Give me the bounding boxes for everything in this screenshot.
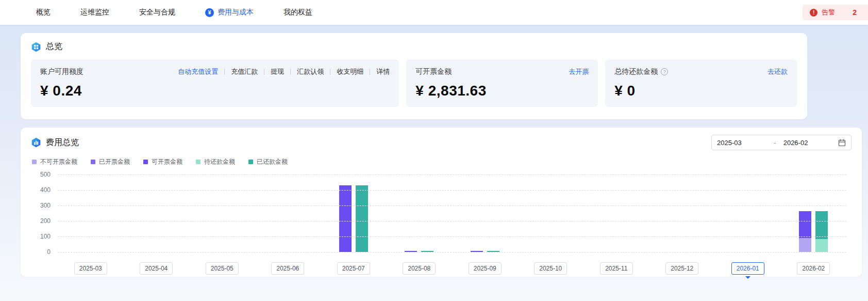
cost-hexagon-bar-chart-icon bbox=[31, 137, 41, 148]
month-selector-row: 2025-032025-042025-052025-062025-072025-… bbox=[58, 260, 846, 281]
go-invoice-link[interactable]: 去开票 bbox=[569, 67, 589, 76]
month-button-2025-05[interactable]: 2025-05 bbox=[206, 262, 239, 275]
month-button-2025-11[interactable]: 2025-11 bbox=[600, 262, 633, 275]
withdraw-link[interactable]: 提现 bbox=[271, 67, 284, 76]
stat-card-invoiceable: 可开票金额 去开票 ¥ 2,831.63 bbox=[406, 59, 598, 107]
legend-item[interactable]: 待还款金额 bbox=[196, 157, 235, 166]
month-button-2025-04[interactable]: 2025-04 bbox=[140, 262, 173, 275]
bar-stack-repayment[interactable] bbox=[815, 211, 828, 252]
calendar-icon[interactable] bbox=[838, 139, 846, 147]
date-range-start[interactable]: 2025-03 bbox=[717, 139, 772, 147]
nav-item-overview[interactable]: 概览 bbox=[36, 8, 51, 17]
account-balance-links: 自动充值设置 充值汇款 提现 汇款认领 收支明细 详情 bbox=[178, 67, 390, 76]
alert-exclamation-icon: ! bbox=[810, 9, 817, 17]
bar-segment bbox=[339, 185, 352, 252]
legend-label: 已还款金额 bbox=[257, 157, 288, 166]
chart-legend: 不可开票金额已开票金额可开票金额待还款金额已还款金额 bbox=[32, 157, 852, 166]
details-link[interactable]: 详情 bbox=[376, 67, 390, 76]
overview-card: 总览 账户可用额度 自动充值设置 充值汇款 提现 汇款认领 收支明细 详情 ¥ … bbox=[21, 33, 807, 119]
nav-item-ops-monitoring[interactable]: 运维监控 bbox=[80, 8, 109, 17]
bar-segment bbox=[815, 239, 828, 252]
month-button-2025-09[interactable]: 2025-09 bbox=[469, 262, 502, 275]
legend-swatch-icon bbox=[196, 160, 201, 164]
cost-overview-card: 费用总览 2025-03 - 2026-02 不可开票金额已开票金额可开票金额待… bbox=[21, 128, 862, 277]
nav-item-label: 安全与合规 bbox=[139, 8, 175, 17]
chart-plot bbox=[58, 175, 846, 252]
y-axis-tick-label: 400 bbox=[31, 186, 51, 194]
y-axis-tick-label: 100 bbox=[31, 233, 51, 240]
bar-segment bbox=[815, 211, 828, 239]
month-button-2025-08[interactable]: 2025-08 bbox=[403, 262, 436, 275]
gridline bbox=[58, 236, 846, 237]
account-balance-value: ¥ 0.24 bbox=[40, 83, 390, 99]
legend-swatch-icon bbox=[143, 160, 148, 164]
remit-claim-link[interactable]: 汇款认领 bbox=[297, 67, 324, 76]
bar-segment bbox=[799, 211, 811, 239]
legend-label: 可开票金额 bbox=[152, 157, 182, 166]
nav-item-label: 我的权益 bbox=[283, 8, 312, 17]
recharge-remit-link[interactable]: 充值汇款 bbox=[231, 67, 258, 76]
repayment-due-label: 总待还款金额 bbox=[614, 67, 658, 76]
month-button-2025-12[interactable]: 2025-12 bbox=[665, 262, 698, 275]
overview-card-header: 总览 bbox=[31, 41, 797, 52]
nav-item-security-compliance[interactable]: 安全与合规 bbox=[139, 8, 175, 17]
month-button-2025-03[interactable]: 2025-03 bbox=[74, 262, 107, 275]
legend-item[interactable]: 已开票金额 bbox=[91, 157, 130, 166]
alert-count: 2 bbox=[853, 8, 857, 17]
date-range-separator: - bbox=[774, 139, 776, 147]
month-button-2026-02[interactable]: 2026-02 bbox=[797, 262, 830, 275]
gridline bbox=[58, 190, 846, 191]
cost-card-title: 费用总览 bbox=[46, 137, 79, 148]
y-axis-tick-label: 200 bbox=[31, 217, 51, 225]
legend-swatch-icon bbox=[248, 160, 253, 164]
month-button-2025-07[interactable]: 2025-07 bbox=[337, 262, 370, 275]
y-axis-tick-label: 0 bbox=[31, 248, 51, 256]
bar-segment bbox=[799, 238, 811, 252]
chart-area: 0100200300400500 bbox=[31, 175, 852, 258]
bar-stack-repayment[interactable] bbox=[356, 185, 368, 252]
top-nav: 概览 运维监控 安全与合规 ¥ 费用与成本 我的权益 ! 告警 2 bbox=[0, 0, 868, 25]
bar-stack-invoice[interactable] bbox=[799, 211, 811, 252]
month-button-2025-06[interactable]: 2025-06 bbox=[271, 262, 304, 275]
nav-item-my-benefits[interactable]: 我的权益 bbox=[283, 8, 312, 17]
month-button-2026-01[interactable]: 2026-01 bbox=[731, 262, 764, 275]
stat-row: 账户可用额度 自动充值设置 充值汇款 提现 汇款认领 收支明细 详情 ¥ 0.2… bbox=[31, 59, 797, 107]
legend-item[interactable]: 可开票金额 bbox=[143, 157, 182, 166]
repayment-due-value: ¥ 0 bbox=[614, 83, 788, 99]
nav-item-cost-billing[interactable]: ¥ 费用与成本 bbox=[205, 8, 254, 17]
y-axis-tick-label: 300 bbox=[31, 202, 51, 209]
income-expense-detail-link[interactable]: 收支明细 bbox=[337, 67, 363, 76]
auto-recharge-link[interactable]: 自动充值设置 bbox=[178, 67, 218, 76]
nav-item-label: 费用与成本 bbox=[218, 8, 254, 17]
nav-item-label: 运维监控 bbox=[80, 8, 109, 17]
gridline bbox=[58, 252, 846, 252]
selected-month-caret-icon bbox=[745, 276, 750, 279]
legend-swatch-icon bbox=[91, 160, 95, 164]
stat-card-account-balance: 账户可用额度 自动充值设置 充值汇款 提现 汇款认领 收支明细 详情 ¥ 0.2… bbox=[31, 59, 399, 107]
date-range-picker[interactable]: 2025-03 - 2026-02 bbox=[711, 135, 852, 150]
alert-label: 告警 bbox=[822, 8, 835, 17]
overview-hexagon-icon bbox=[31, 42, 41, 52]
date-range-end[interactable]: 2026-02 bbox=[783, 139, 838, 147]
legend-item[interactable]: 已还款金额 bbox=[248, 157, 288, 166]
y-axis-tick-label: 500 bbox=[31, 171, 51, 178]
nav-item-label: 概览 bbox=[36, 8, 51, 17]
yuan-coin-icon: ¥ bbox=[205, 8, 214, 17]
gridline bbox=[58, 205, 846, 206]
legend-label: 已开票金额 bbox=[99, 157, 130, 166]
help-icon[interactable]: ? bbox=[661, 68, 668, 75]
gridline bbox=[58, 221, 846, 221]
legend-swatch-icon bbox=[32, 160, 37, 164]
account-balance-label: 账户可用额度 bbox=[40, 67, 84, 76]
invoiceable-label: 可开票金额 bbox=[415, 67, 452, 76]
alert-badge[interactable]: ! 告警 2 bbox=[803, 5, 868, 20]
cost-card-header: 费用总览 bbox=[31, 137, 79, 148]
bar-stack-invoice[interactable] bbox=[339, 185, 352, 252]
invoiceable-value: ¥ 2,831.63 bbox=[415, 83, 589, 99]
month-button-2025-10[interactable]: 2025-10 bbox=[534, 262, 567, 275]
go-repay-link[interactable]: 去还款 bbox=[767, 67, 788, 76]
gridline bbox=[58, 175, 846, 175]
bar-segment bbox=[356, 185, 368, 252]
legend-item[interactable]: 不可开票金额 bbox=[32, 157, 77, 166]
legend-label: 不可开票金额 bbox=[40, 157, 77, 166]
